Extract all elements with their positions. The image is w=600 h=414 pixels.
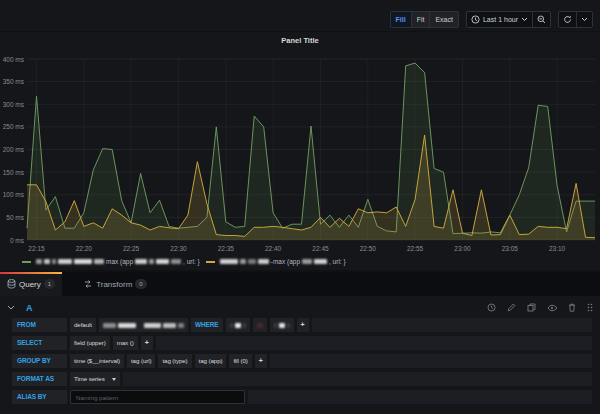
group-by-tag-url[interactable]: tag (url)	[127, 354, 155, 368]
chevron-down-icon	[7, 305, 15, 310]
panel-size-toggle: Fill Fit Exact	[390, 11, 459, 28]
svg-text:150 ms: 150 ms	[3, 169, 25, 176]
svg-text:22:55: 22:55	[407, 245, 424, 252]
select-label: SELECT	[12, 336, 67, 350]
query-ref-id: A	[26, 303, 33, 313]
query-editor: A	[0, 296, 600, 414]
time-range-label: Last 1 hour	[483, 16, 518, 23]
series-a-label[interactable]: max (app	[106, 258, 133, 265]
refresh-icon	[563, 15, 572, 24]
svg-text:22:45: 22:45	[312, 245, 329, 252]
duplicate-icon[interactable]	[527, 303, 536, 312]
svg-text:23:05: 23:05	[502, 245, 519, 252]
refresh-button-group	[558, 11, 593, 28]
exact-button[interactable]: Exact	[430, 12, 458, 27]
time-picker: Last 1 hour	[466, 11, 551, 28]
select-aggregation[interactable]: max ()	[113, 336, 138, 350]
time-range-button[interactable]: Last 1 hour	[467, 12, 532, 27]
series-a-label-suffix[interactable]: , url: }	[183, 258, 200, 265]
where-condition-1[interactable]	[226, 318, 250, 332]
format-as-value: Time series	[74, 372, 105, 386]
database-icon	[7, 279, 16, 289]
chart-legend: max (app , url: } -max (app , url: }	[22, 256, 596, 267]
from-measurement[interactable]	[99, 318, 188, 332]
group-by-label: GROUP BY	[12, 354, 67, 368]
format-as-row: FORMAT AS Time series	[12, 372, 592, 386]
transform-icon	[83, 279, 93, 289]
editor-tabs: Query 1 Transform 0	[0, 272, 600, 296]
from-row: FROM default WHERE	[12, 318, 592, 332]
grafana-panel-editor: Fill Fit Exact Last 1 hour	[0, 0, 600, 414]
svg-text:400 ms: 400 ms	[3, 56, 25, 63]
transform-count-badge: 0	[135, 279, 146, 289]
row-filler	[312, 318, 592, 332]
svg-text:300 ms: 300 ms	[3, 101, 25, 108]
where-condition-2[interactable]	[253, 318, 267, 332]
display-options-toolbar: Fill Fit Exact Last 1 hour	[0, 0, 600, 31]
row-filler	[248, 390, 592, 404]
zoom-out-icon	[537, 15, 546, 24]
panel-preview: Panel Title 22:1522:2022:2522:3022:3522:…	[0, 32, 600, 270]
group-by-time[interactable]: time ($__interval)	[70, 354, 124, 368]
refresh-interval-dropdown[interactable]	[577, 12, 592, 27]
tab-query[interactable]: Query 1	[0, 272, 62, 296]
query-count-badge: 1	[44, 279, 55, 289]
fit-button[interactable]: Fit	[412, 12, 431, 27]
select-add-button[interactable]: +	[141, 336, 153, 350]
edit-icon[interactable]	[507, 303, 516, 312]
query-rows: FROM default WHERE	[12, 318, 592, 408]
alias-by-row: ALIAS BY	[12, 390, 592, 404]
svg-text:22:25: 22:25	[123, 245, 140, 252]
row-filler	[123, 372, 592, 386]
series-b-label-suffix[interactable]: , url: }	[329, 258, 346, 265]
group-by-add-button[interactable]: +	[255, 354, 267, 368]
group-by-tag-app[interactable]: tag (app)	[195, 354, 227, 368]
svg-text:0 ms: 0 ms	[10, 237, 25, 244]
chevron-down-icon	[581, 17, 588, 22]
series-b-swatch[interactable]	[206, 261, 215, 263]
chevron-down-icon	[112, 378, 116, 381]
series-b-label[interactable]: -max (app	[271, 258, 300, 265]
query-history-icon[interactable]	[487, 303, 496, 312]
panel-title[interactable]: Panel Title	[0, 32, 600, 50]
row-filler	[270, 354, 592, 368]
select-field[interactable]: field (upper)	[70, 336, 110, 350]
tab-transform[interactable]: Transform 0	[76, 272, 154, 296]
svg-text:23:10: 23:10	[549, 245, 566, 252]
refresh-button[interactable]	[559, 12, 576, 27]
svg-text:22:35: 22:35	[218, 245, 235, 252]
eye-icon[interactable]	[547, 304, 557, 312]
group-by-tag-type[interactable]: tag (type)	[158, 354, 191, 368]
group-by-row: GROUP BY time ($__interval) tag (url) ta…	[12, 354, 592, 368]
trash-icon[interactable]	[568, 303, 576, 312]
query-row-header[interactable]: A	[7, 300, 593, 315]
time-series-chart[interactable]: 22:1522:2022:2522:3022:3522:4022:4522:50…	[0, 50, 600, 256]
alias-by-input[interactable]	[70, 390, 245, 404]
svg-text:350 ms: 350 ms	[3, 78, 25, 85]
svg-text:22:30: 22:30	[170, 245, 187, 252]
format-as-label: FORMAT AS	[12, 372, 67, 386]
from-label: FROM	[12, 318, 67, 332]
chevron-down-icon	[521, 17, 528, 22]
tab-query-label: Query	[19, 280, 41, 289]
where-add-button[interactable]: +	[297, 318, 309, 332]
group-by-fill[interactable]: fill (0)	[229, 354, 251, 368]
svg-text:22:40: 22:40	[265, 245, 282, 252]
svg-text:22:15: 22:15	[28, 245, 45, 252]
from-policy[interactable]: default	[70, 318, 96, 332]
where-condition-3[interactable]	[270, 318, 294, 332]
format-as-select[interactable]: Time series	[70, 372, 120, 386]
svg-text:22:20: 22:20	[76, 245, 93, 252]
svg-text:200 ms: 200 ms	[3, 146, 25, 153]
svg-text:23:00: 23:00	[454, 245, 471, 252]
drag-handle-icon[interactable]	[587, 303, 593, 312]
fill-button[interactable]: Fill	[391, 12, 412, 27]
zoom-out-button[interactable]	[533, 12, 550, 27]
tab-transform-label: Transform	[96, 280, 132, 289]
svg-text:100 ms: 100 ms	[3, 191, 25, 198]
where-label: WHERE	[191, 318, 223, 332]
svg-text:50 ms: 50 ms	[6, 214, 24, 221]
svg-text:250 ms: 250 ms	[3, 123, 25, 130]
row-filler	[156, 336, 592, 350]
series-a-swatch[interactable]	[22, 261, 31, 263]
